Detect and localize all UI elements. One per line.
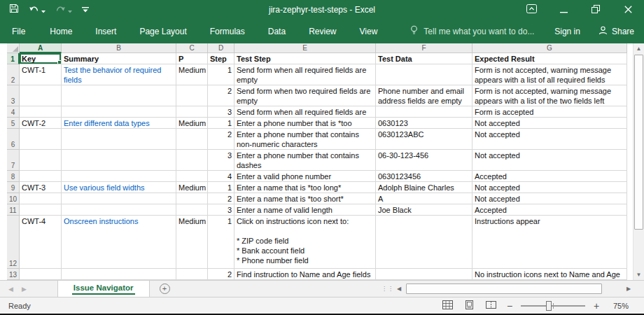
scroll-left-icon[interactable]: ◀: [393, 286, 405, 292]
tab-review[interactable]: Review: [300, 20, 345, 43]
ribbon-display-options-button[interactable]: [515, 0, 547, 20]
cell-test-data[interactable]: Phone number and email address fields ar…: [376, 85, 472, 106]
cell-step-id[interactable]: 3: [208, 204, 234, 216]
cell-priority[interactable]: [176, 85, 208, 106]
row-number[interactable]: 11: [7, 204, 20, 216]
cell-summary[interactable]: Enter different data types: [62, 118, 176, 129]
select-all-button[interactable]: [7, 43, 20, 53]
tell-me-box[interactable]: Tell me what you want to do...: [410, 25, 534, 38]
cell-test-data[interactable]: [376, 64, 472, 85]
restore-button[interactable]: [580, 0, 612, 20]
sheet-prev-icon[interactable]: ◀: [8, 286, 13, 293]
column-header-b[interactable]: B: [62, 43, 176, 53]
cell-summary[interactable]: [62, 171, 176, 182]
cell-priority[interactable]: [176, 129, 208, 150]
cell-summary[interactable]: [62, 193, 176, 204]
row-number[interactable]: 5: [7, 118, 20, 129]
share-button[interactable]: Share: [598, 26, 634, 37]
cell-expected-result[interactable]: Not accepted: [472, 193, 627, 204]
cell-priority[interactable]: [176, 106, 208, 118]
cell-summary[interactable]: [62, 204, 176, 216]
cell-expected-result[interactable]: Expected Result: [472, 53, 627, 64]
zoom-in-button[interactable]: +: [592, 300, 601, 312]
horizontal-scrollbar-thumb[interactable]: [406, 284, 602, 294]
sheet-next-icon[interactable]: ▶: [22, 286, 27, 293]
redo-button[interactable]: [51, 0, 76, 20]
cell-test-data[interactable]: A: [376, 193, 472, 204]
tab-page-layout[interactable]: Page Layout: [130, 20, 195, 43]
cell-step-id[interactable]: 1: [208, 118, 234, 129]
scroll-right-icon[interactable]: ▶: [623, 286, 634, 292]
cell-summary[interactable]: Summary: [62, 53, 176, 64]
zoom-out-button[interactable]: −: [505, 300, 514, 312]
cell-test-step[interactable]: Send form when all required fields are e…: [234, 64, 376, 85]
cell-priority[interactable]: [176, 269, 208, 280]
row-number[interactable]: 9: [7, 182, 20, 193]
cell-key[interactable]: [20, 171, 62, 182]
cell-summary[interactable]: Onscreen instructions: [62, 216, 176, 269]
cell-test-step[interactable]: Send form when two required fields are e…: [234, 85, 376, 106]
cell-summary[interactable]: Use various field widths: [62, 182, 176, 193]
cell-test-data[interactable]: [376, 106, 472, 118]
row-number[interactable]: 7: [7, 150, 20, 171]
cell-expected-result[interactable]: No instruction icons next to Name and Ag…: [472, 269, 627, 280]
cell-step-id[interactable]: 2: [208, 193, 234, 204]
cell-test-data[interactable]: [376, 216, 472, 269]
tab-file[interactable]: File: [1, 20, 36, 43]
close-button[interactable]: [612, 0, 644, 20]
cell-test-data[interactable]: Test Data: [376, 53, 472, 64]
vertical-scrollbar-thumb[interactable]: [634, 55, 643, 230]
cell-expected-result[interactable]: Accepted: [472, 171, 627, 182]
cell-key[interactable]: Key: [20, 53, 62, 64]
sheet-tab-issue-navigator[interactable]: Issue Navigator: [57, 281, 150, 297]
cell-expected-result[interactable]: Not accepted: [472, 129, 627, 150]
cell-expected-result[interactable]: Instructions appear: [472, 216, 627, 269]
cell-test-step[interactable]: Enter a name that is *too long*: [234, 182, 376, 193]
cell-key[interactable]: [20, 269, 62, 280]
cell-key[interactable]: CWT-1: [20, 64, 62, 85]
cell-summary[interactable]: [62, 106, 176, 118]
column-header-a[interactable]: A: [20, 43, 62, 53]
row-number[interactable]: 13: [7, 269, 20, 280]
minimize-button[interactable]: [547, 0, 580, 20]
cell-expected-result[interactable]: Form is not accepted, warning message ap…: [472, 64, 627, 85]
cell-key[interactable]: [20, 129, 62, 150]
cell-test-data[interactable]: Joe Black: [376, 204, 472, 216]
cell-key[interactable]: [20, 106, 62, 118]
column-header-c[interactable]: C: [176, 43, 208, 53]
tab-splitter-handle[interactable]: ⋮⋮: [382, 286, 394, 292]
cell-test-data[interactable]: Adolph Blaine Charles David: [376, 182, 472, 193]
tab-insert[interactable]: Insert: [86, 20, 125, 43]
cell-test-step[interactable]: Enter a name that is *too short*: [234, 193, 376, 204]
cell-expected-result[interactable]: Accepted: [472, 204, 627, 216]
tab-data[interactable]: Data: [259, 20, 295, 43]
cell-summary[interactable]: [62, 129, 176, 150]
cell-test-data[interactable]: 0630123456: [376, 171, 472, 182]
cell-test-step[interactable]: Send form when all required fields are: [234, 106, 376, 118]
row-number[interactable]: 1: [7, 53, 20, 64]
customize-quick-access-button[interactable]: [78, 0, 93, 20]
horizontal-scrollbar-track[interactable]: [405, 283, 623, 295]
new-sheet-button[interactable]: +: [160, 284, 170, 294]
cell-key[interactable]: [20, 204, 62, 216]
cell-expected-result[interactable]: Form is accepted: [472, 106, 627, 118]
cell-step-id[interactable]: 1: [208, 64, 234, 85]
cell-test-step[interactable]: Test Step: [234, 53, 376, 64]
column-header-d[interactable]: D: [208, 43, 234, 53]
cell-priority[interactable]: [176, 171, 208, 182]
normal-view-button[interactable]: [440, 299, 455, 313]
row-number[interactable]: 2: [7, 64, 20, 85]
cell-step-id[interactable]: Step ID: [208, 53, 234, 64]
cell-test-step[interactable]: Enter a phone number that contains non-n…: [234, 129, 376, 150]
cell-test-step[interactable]: Enter a phone number that contains dashe…: [234, 150, 376, 171]
cell-step-id[interactable]: 2: [208, 85, 234, 106]
column-header-e[interactable]: E: [234, 43, 376, 53]
cell-summary[interactable]: [62, 269, 176, 280]
cell-priority[interactable]: [176, 204, 208, 216]
zoom-slider-thumb[interactable]: [546, 301, 552, 311]
scroll-down-icon[interactable]: ▼: [634, 270, 644, 280]
cell-key[interactable]: CWT-2: [20, 118, 62, 129]
cell-test-step[interactable]: Click on instructions icon next to: * ZI…: [234, 216, 376, 269]
cell-step-id[interactable]: 1: [208, 182, 234, 193]
cell-priority[interactable]: [176, 193, 208, 204]
